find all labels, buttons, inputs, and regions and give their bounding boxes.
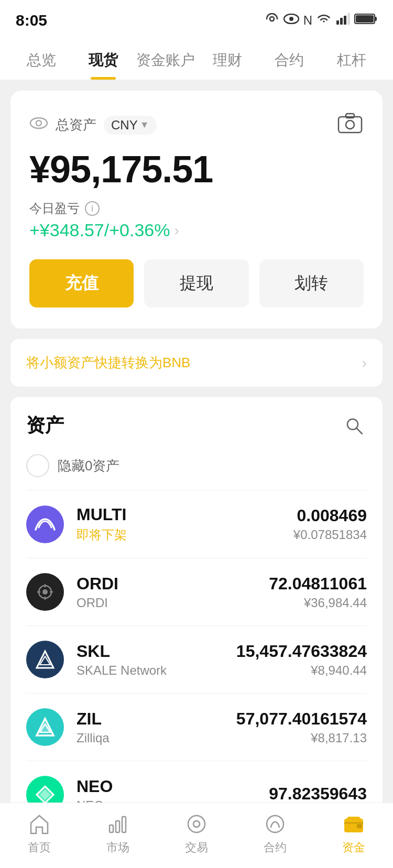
nav-wallet-label: 资金	[342, 840, 365, 855]
tab-futures[interactable]: 合约	[258, 42, 320, 80]
account-header: 总资产 CNY ▼	[29, 109, 364, 140]
asset-item-zil[interactable]: ZIL Zilliqa 57,077.40161574 ¥8,817.13	[26, 693, 367, 761]
skl-icon	[26, 641, 64, 678]
currency-value: CNY	[111, 118, 138, 133]
deposit-button[interactable]: 充值	[29, 259, 134, 307]
svg-point-0	[270, 17, 274, 21]
nav-futures-label: 合约	[264, 840, 287, 855]
account-header-left: 总资产 CNY ▼	[29, 114, 157, 136]
zil-amounts: 57,077.40161574 ¥8,817.13	[236, 709, 367, 745]
currency-badge[interactable]: CNY ▼	[104, 116, 157, 135]
hide-zero-toggle[interactable]	[26, 454, 49, 477]
status-icons: N	[265, 13, 377, 28]
wifi-icon	[316, 13, 331, 28]
skl-symbol: SKL	[77, 642, 236, 661]
eye-icon[interactable]	[29, 114, 48, 136]
account-card: 总资产 CNY ▼ ¥95,175.51 今日盈亏 i +¥348.57/+0.…	[10, 91, 383, 328]
asset-item-ordi[interactable]: ORDI ORDI 72.04811061 ¥36,984.44	[26, 558, 367, 625]
profit-values: +¥348.57/+0.36% ›	[29, 220, 364, 240]
zil-icon	[26, 708, 64, 746]
neo-qty: 97.82359643	[269, 784, 367, 804]
skl-info: SKL SKALE Network	[77, 642, 236, 678]
multi-qty: 0.008469	[293, 506, 367, 525]
tab-overview[interactable]: 总览	[10, 42, 72, 80]
profit-label: 今日盈亏	[29, 200, 80, 217]
tab-finance[interactable]: 理财	[196, 42, 258, 80]
account-amount: ¥95,175.51	[29, 148, 364, 191]
status-time: 8:05	[16, 12, 47, 29]
svg-rect-4	[340, 18, 343, 25]
profit-detail-arrow[interactable]: ›	[174, 222, 179, 239]
trade-icon	[184, 811, 209, 837]
wallet-icon	[341, 811, 366, 837]
svg-rect-31	[122, 817, 126, 832]
ordi-symbol: ORDI	[77, 574, 269, 594]
tab-fund-account[interactable]: 资金账户	[135, 42, 196, 80]
svg-point-34	[267, 816, 283, 832]
ordi-info: ORDI ORDI	[77, 574, 269, 610]
ordi-qty: 72.04811061	[269, 574, 367, 594]
profit-row: 今日盈亏 i	[29, 200, 364, 217]
zil-info: ZIL Zilliqa	[77, 709, 236, 745]
top-tabs: 总览 现货 资金账户 理财 合约 杠杆	[0, 37, 393, 80]
zil-qty: 57,077.40161574	[236, 709, 367, 729]
svg-point-2	[289, 17, 293, 21]
svg-point-10	[30, 118, 47, 128]
convert-arrow-icon: ›	[362, 355, 367, 371]
svg-point-13	[346, 120, 354, 129]
multi-info: MULTI 即将下架	[77, 505, 293, 543]
multi-cny: ¥0.07851834	[293, 528, 367, 542]
svg-line-16	[356, 428, 362, 434]
asset-item-skl[interactable]: SKL SKALE Network 15,457.47633824 ¥8,940…	[26, 625, 367, 693]
neo-symbol: NEO	[77, 777, 269, 796]
svg-point-11	[36, 120, 41, 126]
transfer-button[interactable]: 划转	[259, 259, 364, 307]
ordi-cny: ¥36,984.44	[269, 596, 367, 610]
multi-icon	[26, 506, 64, 543]
skl-qty: 15,457.47633824	[236, 642, 367, 661]
assets-header: 资产	[26, 397, 367, 449]
action-buttons: 充值 提现 划转	[29, 259, 364, 307]
nav-futures[interactable]: 合约	[236, 811, 314, 855]
tab-margin[interactable]: 杠杆	[321, 42, 383, 80]
svg-point-33	[193, 821, 200, 827]
svg-rect-30	[116, 821, 119, 832]
hide-zero-row[interactable]: 隐藏0资产	[26, 449, 367, 490]
zil-cny: ¥8,817.13	[236, 731, 367, 745]
ordi-amounts: 72.04811061 ¥36,984.44	[269, 574, 367, 610]
skl-cny: ¥8,940.44	[236, 663, 367, 678]
convert-text: 将小额资产快捷转换为BNB	[26, 354, 190, 372]
multi-symbol: MULTI	[77, 505, 293, 524]
currency-dropdown-arrow: ▼	[140, 119, 149, 130]
home-icon	[27, 811, 52, 837]
tab-spot[interactable]: 现货	[72, 42, 134, 80]
assets-search-button[interactable]	[342, 413, 367, 438]
camera-icon[interactable]	[336, 109, 364, 140]
nav-home[interactable]: 首页	[0, 811, 79, 855]
svg-rect-29	[110, 825, 113, 832]
bottom-nav: 首页 市场 交易 合约	[0, 803, 393, 868]
svg-rect-6	[347, 13, 350, 25]
nav-trade[interactable]: 交易	[157, 811, 236, 855]
hide-zero-label: 隐藏0资产	[58, 457, 119, 475]
zil-symbol: ZIL	[77, 709, 236, 729]
nav-market-label: 市场	[106, 840, 129, 855]
cast-icon	[265, 13, 279, 28]
info-icon[interactable]: i	[85, 201, 100, 216]
svg-rect-8	[375, 17, 377, 21]
nav-wallet[interactable]: 资金	[314, 811, 393, 855]
nav-market[interactable]: 市场	[79, 811, 157, 855]
svg-rect-14	[346, 114, 354, 118]
asset-item-multi[interactable]: MULTI 即将下架 0.008469 ¥0.07851834	[26, 490, 367, 558]
nav-home-label: 首页	[28, 840, 51, 855]
profit-amount: +¥348.57/+0.36%	[29, 220, 170, 240]
svg-marker-23	[37, 651, 53, 668]
withdraw-button[interactable]: 提现	[144, 259, 248, 307]
convert-banner[interactable]: 将小额资产快捷转换为BNB ›	[10, 339, 383, 387]
svg-rect-12	[339, 117, 362, 133]
assets-title: 资产	[26, 413, 64, 438]
svg-point-32	[188, 816, 205, 832]
battery-icon	[354, 13, 377, 28]
market-icon	[105, 811, 130, 837]
account-label: 总资产	[56, 116, 96, 134]
